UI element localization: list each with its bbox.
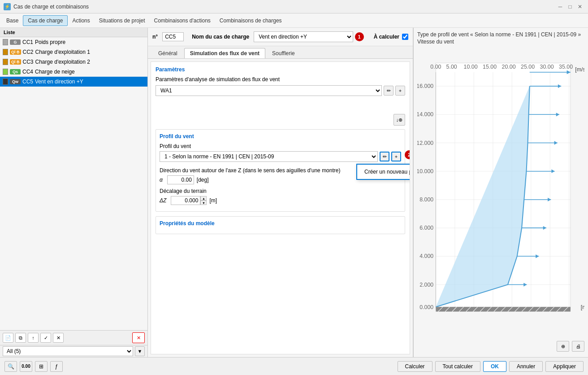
deltaz-row: ΔZ ▲ ▼ [m] (160, 196, 401, 205)
num-label: n° (152, 34, 158, 40)
params-add-button[interactable]: + (395, 86, 405, 96)
ok-button[interactable]: OK (483, 361, 506, 372)
decalage-section: Décalage du terrain ΔZ ▲ ▼ [m (160, 188, 401, 205)
menu-combinaisons-charges[interactable]: Combinaisons de charges (215, 16, 286, 26)
color-indicator (3, 59, 8, 65)
profil-label-row: Profil du vent (160, 143, 401, 149)
params-select[interactable]: WA1 (156, 85, 382, 96)
type-badge: Qs (10, 69, 21, 74)
spinbox-arrows: ▲ ▼ (200, 196, 207, 205)
main-content: Liste G CC1 Poids propre Ql B CC2 Charge… (0, 28, 588, 357)
tab-simulation[interactable]: Simulation des flux de vent (184, 48, 265, 58)
params-dropdown-row: WA1 ✏ + (156, 85, 405, 96)
check-button[interactable]: ✓ (40, 333, 51, 343)
svg-text:6.000: 6.000 (419, 225, 433, 231)
alpha-label: α (160, 177, 163, 183)
deltaz-input[interactable] (171, 196, 200, 205)
menu-base[interactable]: Base (2, 16, 23, 26)
svg-text:25.00: 25.00 (521, 64, 535, 70)
uncheck-button[interactable]: ✕ (53, 333, 64, 343)
new-case-button[interactable]: 📄 (3, 333, 13, 343)
name-label: Nom du cas de charge (192, 34, 249, 40)
formula-button[interactable]: ƒ (50, 361, 63, 372)
menu-actions[interactable]: Actions (68, 16, 94, 26)
params-label-row: Paramètres d'analyse de simulation des f… (156, 76, 405, 83)
tout-calculer-button[interactable]: Tout calculer (435, 361, 480, 372)
cc-number-input[interactable] (162, 32, 184, 41)
tab-bar: Général Simulation des flux de vent Souf… (148, 46, 413, 59)
chart-print-button[interactable]: 🖨 (572, 341, 584, 352)
cc-name: Charge d'exploitation 1 (35, 49, 90, 55)
profil-section-title: Profil du vent (160, 133, 401, 140)
delete-case-button[interactable]: ✕ (132, 332, 145, 343)
profil-popup-menu: Créer un nouveau profil de vent... (356, 164, 410, 180)
profil-add-button[interactable]: + (391, 152, 401, 161)
filter-select[interactable]: All (5) (3, 346, 133, 356)
counter-button[interactable]: 0.00 (20, 361, 32, 372)
list-item-cc5[interactable]: Qw CC5 Vent en direction +Y (0, 77, 147, 87)
list-item-cc1[interactable]: G CC1 Poids propre (0, 37, 147, 47)
menu-cas-de-charge[interactable]: Cas de charge (23, 15, 68, 26)
cc-name: Poids propre (35, 39, 65, 45)
profil-dropdown-row: 1 - Selon la norme - EN 1991 | CEN | 201… (160, 151, 401, 162)
color-indicator (3, 78, 8, 85)
color-indicator (3, 69, 8, 75)
alpha-input[interactable] (167, 175, 194, 184)
a-calculer-section: À calculer (374, 34, 408, 40)
annuler-button[interactable]: Annuler (509, 361, 543, 372)
svg-text:0.00: 0.00 (430, 64, 441, 70)
svg-text:5.00: 5.00 (446, 64, 457, 70)
tab-soufflerie[interactable]: Soufflerie (266, 48, 300, 58)
table-button[interactable]: ⊞ (35, 361, 48, 372)
proprietes-section: Propriétés du modèle (156, 216, 405, 234)
list-item-cc2[interactable]: Ql B CC2 Charge d'exploitation 1 (0, 47, 147, 57)
menu-situations[interactable]: Situations de projet (95, 16, 150, 26)
bottom-bar: 🔍 0.00 ⊞ ƒ Calculer Tout calculer OK Ann… (0, 357, 588, 375)
close-button[interactable]: ✕ (575, 2, 584, 11)
svg-text:16.000: 16.000 (417, 83, 433, 89)
spinbox-down[interactable]: ▼ (200, 201, 207, 205)
svg-text:12.000: 12.000 (417, 140, 433, 146)
cc-id: CC5 (22, 78, 33, 85)
cc-id: CC1 (22, 39, 33, 45)
cc-header: n° Nom du cas de charge Vent en directio… (148, 28, 413, 46)
arrow-down-button[interactable]: ↓⊕ (393, 114, 405, 126)
filter-dropdown-btn[interactable]: ▼ (135, 346, 145, 356)
tab-content: Paramètres Paramètres d'analyse de simul… (151, 61, 410, 354)
svg-text:10.000: 10.000 (417, 168, 433, 174)
calculer-button[interactable]: Calculer (398, 361, 432, 372)
a-calculer-checkbox[interactable] (402, 34, 408, 40)
spacer-row: ↓⊕ (156, 114, 405, 126)
export-case-button[interactable]: ↑ (28, 333, 39, 343)
chart-toolbar: ⊕ 🖨 (417, 339, 584, 353)
window-title: Cas de charge et combinaisons (13, 4, 89, 10)
parametres-title: Paramètres (156, 66, 405, 73)
profil-edit-button[interactable]: ✏ (380, 152, 389, 161)
badge-1: 1 (355, 32, 364, 41)
duplicate-case-button[interactable]: ⧉ (15, 333, 26, 343)
a-calculer-label: À calculer (374, 34, 399, 40)
chart-title: Type de profil de vent « Selon la norme … (417, 31, 584, 45)
svg-text:8.000: 8.000 (419, 196, 433, 203)
delta-z-label: ΔZ (160, 197, 166, 204)
chart-zoom-button[interactable]: ⊕ (557, 341, 569, 352)
profil-select[interactable]: 1 - Selon la norme - EN 1991 | CEN | 201… (160, 151, 378, 162)
list-item-cc3[interactable]: Ql B CC3 Charge d'exploitation 2 (0, 57, 147, 67)
delta-z-unit: [m] (209, 197, 217, 204)
tab-general[interactable]: Général (152, 48, 183, 58)
menu-combinaisons-actions[interactable]: Combinaisons d'actions (150, 16, 215, 26)
wind-chart-svg: 35.00 30.00 25.00 20.00 15.00 10.00 5.00… (417, 47, 584, 339)
create-profil-item[interactable]: Créer un nouveau profil de vent... (357, 166, 410, 177)
profil-label: Profil du vent (160, 143, 191, 149)
left-panel: Liste G CC1 Poids propre Ql B CC2 Charge… (0, 28, 148, 357)
params-edit-button[interactable]: ✏ (384, 86, 393, 96)
cc-name-select[interactable]: Vent en direction +Y (254, 31, 353, 42)
spinbox-up[interactable]: ▲ (200, 196, 207, 201)
zoom-button[interactable]: 🔍 (4, 361, 17, 372)
svg-text:0.000: 0.000 (419, 305, 433, 311)
minimize-button[interactable]: ─ (556, 2, 565, 11)
appliquer-button[interactable]: Appliquer (545, 361, 584, 372)
list-item-cc4[interactable]: Qs CC4 Charge de neige (0, 67, 147, 77)
svg-text:20.00: 20.00 (502, 64, 516, 70)
maximize-button[interactable]: □ (566, 2, 575, 11)
